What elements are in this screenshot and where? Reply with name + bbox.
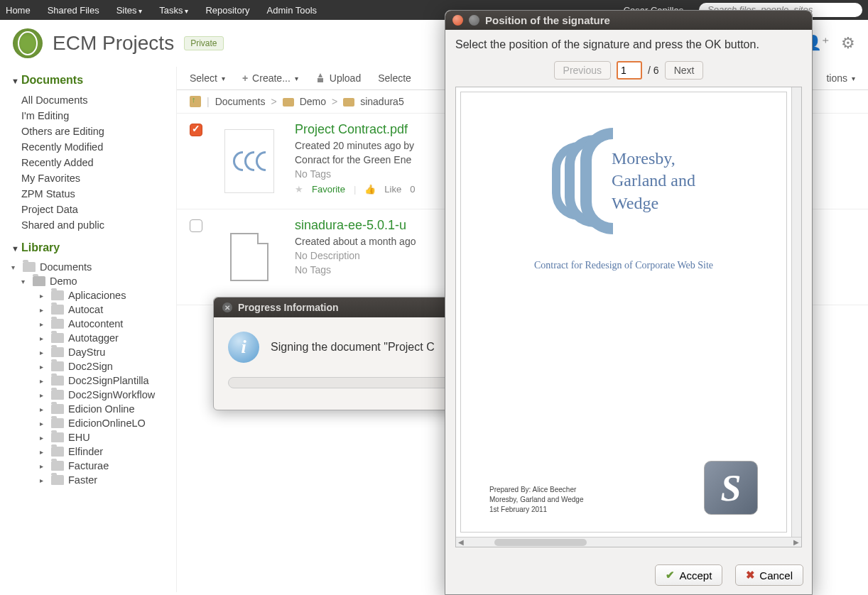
accept-button[interactable]: ✔Accept bbox=[655, 564, 722, 586]
like-link[interactable]: Like bbox=[384, 184, 401, 195]
tree-folder[interactable]: ▸Faster bbox=[11, 473, 169, 487]
tree-folder[interactable]: ▸Aplicaciones bbox=[11, 288, 169, 302]
signature-modal: Position of the signature Select the pos… bbox=[445, 10, 813, 595]
folder-icon bbox=[51, 319, 64, 329]
tree-folder[interactable]: ▸Edicion Online bbox=[11, 402, 169, 416]
folder-icon bbox=[283, 98, 294, 107]
tree-folder[interactable]: ▸Elfinder bbox=[11, 444, 169, 459]
check-icon: ✔ bbox=[666, 569, 675, 582]
close-icon[interactable]: ✕ bbox=[222, 302, 232, 312]
scrollbar-vertical[interactable] bbox=[791, 87, 801, 537]
progress-title: Progress Information bbox=[238, 302, 339, 313]
plus-icon: + bbox=[242, 72, 248, 84]
doc-prepared: Prepared By: Alice Beecher Moresby, Garl… bbox=[489, 485, 583, 515]
modal-titlebar: Position of the signature bbox=[445, 11, 812, 30]
pdf-page[interactable]: Moresby,Garland andWedge Contract for Re… bbox=[460, 92, 787, 533]
sidebar-doc-filter[interactable]: Recently Added bbox=[11, 155, 169, 170]
pdf-preview[interactable]: Moresby,Garland andWedge Contract for Re… bbox=[455, 87, 802, 547]
sidebar-doc-filter[interactable]: Others are Editing bbox=[11, 124, 169, 139]
tree-folder[interactable]: ▸Doc2Sign bbox=[11, 359, 169, 373]
folder-icon bbox=[51, 376, 64, 386]
favorite-link[interactable]: Favorite bbox=[312, 184, 345, 195]
folder-icon bbox=[51, 333, 64, 343]
crumb-root[interactable]: Documents bbox=[215, 96, 266, 107]
folder-icon bbox=[343, 98, 354, 107]
progress-message: Signing the document "Project C bbox=[271, 341, 435, 354]
tree-folder[interactable]: ▸Autocontent bbox=[11, 317, 169, 331]
sidebar-doc-filter[interactable]: Project Data bbox=[11, 202, 169, 217]
select-menu[interactable]: Select bbox=[190, 72, 225, 84]
nav-home[interactable]: Home bbox=[6, 5, 31, 16]
like-count: 0 bbox=[410, 184, 415, 195]
x-icon: ✖ bbox=[746, 569, 755, 582]
window-min-icon[interactable] bbox=[469, 15, 479, 26]
tree-folder[interactable]: ▸Doc2SignPlantilla bbox=[11, 373, 169, 388]
upload-icon bbox=[315, 73, 325, 83]
folder-icon bbox=[51, 390, 64, 400]
modal-instruction: Select the position of the signature and… bbox=[455, 38, 802, 51]
cancel-button[interactable]: ✖Cancel bbox=[735, 564, 803, 586]
folder-icon bbox=[51, 461, 64, 471]
crumb-demo[interactable]: Demo bbox=[300, 96, 326, 107]
pager: Previous / 6 Next bbox=[455, 61, 802, 80]
row-checkbox[interactable] bbox=[190, 219, 202, 232]
tree-folder[interactable]: ▸Autotagger bbox=[11, 331, 169, 345]
tree-folder[interactable]: ▸EHU bbox=[11, 430, 169, 444]
doc-thumbnail[interactable] bbox=[214, 122, 285, 200]
nav-tasks[interactable]: Tasks bbox=[159, 5, 188, 16]
create-menu[interactable]: +Create... bbox=[242, 72, 298, 84]
doc-thumbnail[interactable] bbox=[214, 218, 285, 296]
sidebar-doc-filter[interactable]: Recently Modified bbox=[11, 139, 169, 155]
doc-company: Moresby,Garland andWedge bbox=[612, 148, 695, 214]
folder-icon bbox=[51, 347, 64, 357]
next-button[interactable]: Next bbox=[665, 61, 704, 80]
sidebar-doc-filter[interactable]: My Favorites bbox=[11, 170, 169, 186]
tree-folder[interactable]: ▸Doc2SignWorkflow bbox=[11, 388, 169, 402]
info-icon: i bbox=[228, 332, 259, 363]
folder-icon bbox=[51, 361, 64, 371]
section-library[interactable]: Library bbox=[11, 241, 169, 254]
tree-folder[interactable]: ▸DayStru bbox=[11, 345, 169, 359]
prev-button[interactable]: Previous bbox=[554, 61, 611, 80]
folder-icon bbox=[51, 432, 64, 442]
tree-folder[interactable]: ▸EdicionOnlineLO bbox=[11, 416, 169, 430]
doc-subtitle: Contract for Redesign of Corporate Web S… bbox=[482, 260, 765, 271]
folder-icon bbox=[51, 418, 64, 428]
scrollbar-horizontal[interactable]: ◀ ▶ bbox=[456, 537, 801, 547]
nav-admin[interactable]: Admin Tools bbox=[267, 5, 318, 16]
crumb-current: sinadura5 bbox=[360, 96, 404, 107]
row-checkbox[interactable] bbox=[190, 124, 202, 136]
section-documents[interactable]: Documents bbox=[11, 74, 169, 87]
tree-folder[interactable]: ▸Facturae bbox=[11, 459, 169, 473]
sidebar-doc-filter[interactable]: Shared and public bbox=[11, 217, 169, 233]
folder-icon bbox=[51, 475, 64, 485]
tree-folder[interactable]: ▸Autocat bbox=[11, 302, 169, 317]
modal-title: Position of the signature bbox=[485, 14, 610, 26]
nav-sites[interactable]: Sites bbox=[116, 5, 143, 16]
folder-icon bbox=[51, 290, 64, 300]
page-total: / 6 bbox=[648, 65, 659, 76]
nav-shared[interactable]: Shared Files bbox=[48, 5, 99, 16]
tree-demo[interactable]: ▾Demo bbox=[11, 274, 169, 288]
options-menu[interactable]: tions bbox=[826, 72, 855, 84]
like-icon[interactable]: 👍 bbox=[364, 184, 376, 195]
sidebar-doc-filter[interactable]: I'm Editing bbox=[11, 108, 169, 124]
signature-stamp-icon[interactable]: S bbox=[704, 461, 758, 515]
upload-button[interactable]: Upload bbox=[315, 72, 361, 84]
folder-icon bbox=[51, 305, 64, 315]
folder-icon bbox=[51, 404, 64, 414]
nav-repository[interactable]: Repository bbox=[205, 5, 249, 16]
selected-menu[interactable]: Selecte bbox=[378, 72, 411, 84]
window-close-icon[interactable] bbox=[452, 15, 463, 26]
visibility-badge: Private bbox=[184, 36, 223, 50]
page-input[interactable] bbox=[617, 61, 642, 80]
tree-root[interactable]: ▾Documents bbox=[11, 260, 169, 274]
sidebar: Documents All DocumentsI'm EditingOthers… bbox=[0, 67, 176, 592]
gear-icon[interactable]: ⚙ bbox=[841, 34, 855, 53]
sidebar-doc-filter[interactable]: ZPM Status bbox=[11, 186, 169, 202]
folder-icon bbox=[51, 447, 64, 457]
sidebar-doc-filter[interactable]: All Documents bbox=[11, 92, 169, 108]
star-icon[interactable]: ★ bbox=[295, 184, 303, 195]
breadcrumb-up-icon[interactable] bbox=[190, 96, 201, 107]
site-title: ECM Projects bbox=[53, 32, 174, 55]
